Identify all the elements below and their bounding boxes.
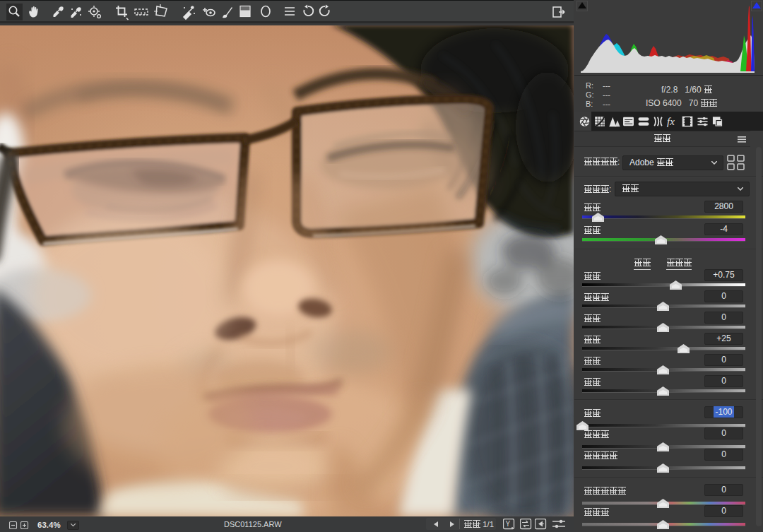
svg-text:Y: Y [506,520,511,528]
svg-text:fx: fx [667,116,675,127]
